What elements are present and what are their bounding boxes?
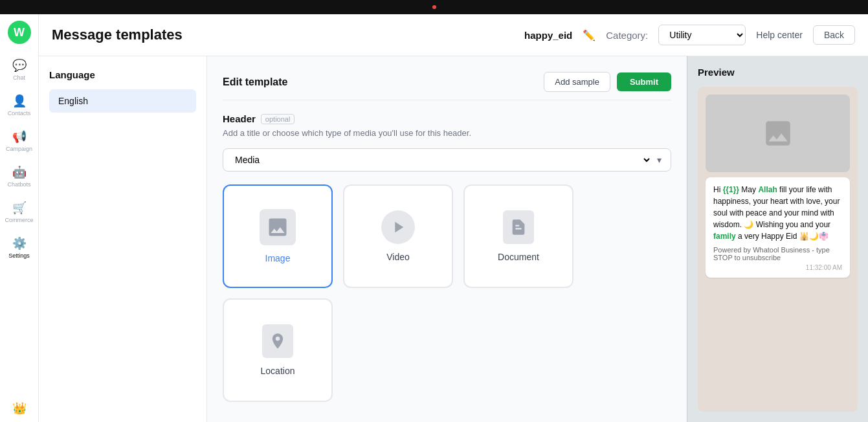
template-name: happy_eid bbox=[524, 30, 572, 41]
document-icon bbox=[503, 210, 534, 244]
page-title: Message templates bbox=[52, 27, 514, 43]
language-panel: Language English bbox=[39, 56, 207, 422]
location-icon bbox=[262, 324, 293, 358]
preview-variable-1: {{1}} bbox=[723, 185, 739, 194]
campaign-label: Campaign bbox=[6, 146, 32, 152]
body-area: Language English Edit template Add sampl… bbox=[39, 56, 868, 422]
chat-icon: 💬 bbox=[12, 58, 27, 72]
media-type-grid: Image Video bbox=[223, 184, 671, 402]
campaign-icon: 📢 bbox=[12, 129, 27, 144]
preview-bubble: Hi {{1}} May Allah fill your life with h… bbox=[706, 177, 850, 278]
media-type-select-wrapper[interactable]: Media Text None ▾ bbox=[223, 148, 671, 172]
preview-bubble-container: Hi {{1}} May Allah fill your life with h… bbox=[698, 87, 858, 412]
media-card-document[interactable]: Document bbox=[463, 184, 573, 288]
preview-title: Preview bbox=[698, 67, 858, 78]
header-right: Help center Back bbox=[756, 25, 855, 45]
category-label: Category: bbox=[606, 30, 648, 41]
sidebar: W 💬 Chat 👤 Contacts 📢 Campaign 🤖 Chatbot… bbox=[0, 14, 39, 422]
language-item-english[interactable]: English bbox=[49, 89, 196, 113]
sidebar-item-campaign[interactable]: 📢 Campaign bbox=[0, 124, 38, 157]
video-card-label: Video bbox=[386, 252, 410, 262]
media-card-location[interactable]: Location bbox=[223, 298, 333, 402]
add-sample-button[interactable]: Add sample bbox=[544, 72, 610, 92]
app-logo[interactable]: W bbox=[8, 21, 31, 44]
edit-panel: Edit template Add sample Submit Header o… bbox=[207, 56, 687, 422]
edit-template-name-icon[interactable]: ✏️ bbox=[583, 29, 595, 41]
commerce-label: Commerce bbox=[5, 217, 33, 223]
sidebar-item-chat[interactable]: 💬 Chat bbox=[0, 53, 38, 86]
edit-template-title: Edit template bbox=[223, 76, 287, 88]
document-card-label: Document bbox=[498, 252, 539, 262]
chat-label: Chat bbox=[13, 74, 25, 81]
sidebar-item-chatbots[interactable]: 🤖 Chatbots bbox=[0, 160, 38, 193]
video-icon bbox=[381, 210, 415, 244]
location-card-label: Location bbox=[261, 366, 295, 376]
contacts-label: Contacts bbox=[8, 110, 31, 117]
media-card-video[interactable]: Video bbox=[343, 184, 453, 288]
header-title-text: Header bbox=[223, 113, 256, 124]
image-card-label: Image bbox=[265, 253, 291, 263]
contacts-icon: 👤 bbox=[12, 94, 27, 108]
chatbots-label: Chatbots bbox=[7, 181, 30, 188]
main-content: Message templates happy_eid ✏️ Category:… bbox=[39, 14, 868, 422]
media-type-select[interactable]: Media Text None bbox=[232, 154, 652, 166]
image-icon bbox=[260, 209, 296, 245]
preview-family-highlight: family bbox=[713, 232, 736, 241]
divider bbox=[223, 100, 671, 100]
header-section-title: Header optional bbox=[223, 113, 671, 124]
crown-icon: 👑 bbox=[12, 401, 27, 416]
settings-label: Settings bbox=[8, 252, 30, 259]
sidebar-item-contacts[interactable]: 👤 Contacts bbox=[0, 89, 38, 122]
optional-badge: optional bbox=[261, 114, 295, 124]
help-center-button[interactable]: Help center bbox=[756, 30, 803, 40]
preview-message-text: Hi {{1}} May Allah fill your life with h… bbox=[713, 184, 842, 242]
back-button[interactable]: Back bbox=[813, 25, 855, 45]
page-header: Message templates happy_eid ✏️ Category:… bbox=[39, 14, 868, 56]
preview-panel: Preview Hi {{1}} May Allah fill your lif… bbox=[687, 56, 868, 422]
settings-icon: ⚙️ bbox=[12, 236, 27, 250]
edit-template-header: Edit template Add sample Submit bbox=[223, 72, 671, 92]
submit-button[interactable]: Submit bbox=[617, 72, 671, 91]
top-bar-dot bbox=[432, 5, 436, 9]
chatbots-icon: 🤖 bbox=[12, 165, 27, 179]
preview-powered-text: Powered by Whatool Business - type STOP … bbox=[713, 246, 842, 261]
edit-template-actions: Add sample Submit bbox=[544, 72, 671, 92]
sidebar-item-commerce[interactable]: 🛒 Commerce bbox=[0, 195, 38, 228]
preview-timestamp: 11:32:00 AM bbox=[713, 264, 842, 271]
language-heading: Language bbox=[49, 69, 196, 80]
preview-image-placeholder bbox=[706, 94, 850, 172]
chevron-down-icon: ▾ bbox=[657, 155, 662, 165]
category-select[interactable]: Utility Marketing Authentication bbox=[658, 25, 746, 45]
logo-text: W bbox=[14, 26, 25, 39]
commerce-icon: 🛒 bbox=[12, 201, 27, 215]
preview-allah-highlight: Allah bbox=[758, 185, 777, 194]
header-section-desc: Add a title or choose which type of medi… bbox=[223, 128, 671, 138]
media-card-image[interactable]: Image bbox=[223, 184, 333, 288]
sidebar-item-settings[interactable]: ⚙️ Settings bbox=[0, 231, 38, 264]
